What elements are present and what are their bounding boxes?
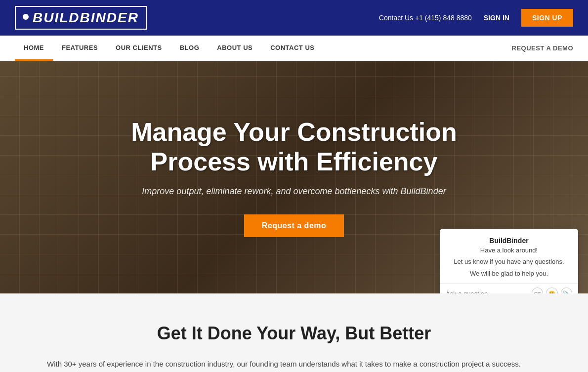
- chat-popup-body: BuildBinder Have a look around! Let us k…: [440, 229, 578, 284]
- attach-icon[interactable]: 📎: [561, 288, 572, 293]
- bottom-section: Get It Done Your Way, But Better With 30…: [0, 293, 588, 372]
- chat-popup-footer: GIF 🙂 📎: [440, 283, 578, 293]
- chat-popup: BuildBinder Have a look around! Let us k…: [440, 229, 578, 294]
- top-bar: BUILDBINDER Contact Us +1 (415) 848 8880…: [0, 0, 588, 36]
- chat-input[interactable]: [446, 290, 529, 294]
- emoji-icon[interactable]: 🙂: [546, 288, 557, 293]
- nav-item-blog[interactable]: BLOG: [171, 36, 209, 61]
- logo-dot-icon: [23, 14, 29, 20]
- contact-phone: Contact Us +1 (415) 848 8880: [379, 14, 472, 22]
- sign-in-link[interactable]: SIGN IN: [484, 14, 509, 22]
- nav-item-home[interactable]: HOME: [15, 36, 53, 61]
- bottom-description: With 30+ years of experience in the cons…: [47, 358, 541, 372]
- logo[interactable]: BUILDBINDER: [15, 6, 147, 30]
- bottom-title: Get It Done Your Way, But Better: [40, 323, 548, 344]
- chat-popup-wrapper: BuildBinder Have a look around! Let us k…: [440, 229, 578, 294]
- main-nav: HOME FEATURES OUR CLIENTS BLOG ABOUT US …: [0, 36, 588, 61]
- hero-title: Manage Your Construction Process with Ef…: [82, 118, 506, 177]
- hero-section: Manage Your Construction Process with Ef…: [0, 61, 588, 293]
- gif-icon[interactable]: GIF: [532, 288, 543, 293]
- nav-item-contact-us[interactable]: CONTACT US: [261, 36, 323, 61]
- request-demo-button[interactable]: Request a demo: [244, 214, 344, 237]
- hero-subtitle: Improve output, eliminate rework, and ov…: [82, 186, 506, 197]
- nav-links: HOME FEATURES OUR CLIENTS BLOG ABOUT US …: [15, 36, 323, 61]
- hero-content: Manage Your Construction Process with Ef…: [72, 118, 516, 238]
- top-right-actions: Contact Us +1 (415) 848 8880 SIGN IN SIG…: [379, 9, 573, 27]
- sign-up-button[interactable]: SIGN UP: [521, 9, 573, 27]
- nav-item-features[interactable]: FEATURES: [53, 36, 107, 61]
- chat-brand-name: BuildBinder: [448, 237, 570, 245]
- logo-text: BUILDBINDER: [33, 10, 139, 26]
- nav-item-about-us[interactable]: ABOUT US: [208, 36, 261, 61]
- chat-message-1: Have a look around!: [448, 245, 570, 256]
- nav-item-our-clients[interactable]: OUR CLIENTS: [107, 36, 171, 61]
- chat-message-2: Let us know if you have any questions.: [448, 256, 570, 268]
- chat-message-3: We will be glad to help you.: [448, 268, 570, 280]
- request-demo-nav-link[interactable]: REQUEST A DEMO: [512, 44, 574, 52]
